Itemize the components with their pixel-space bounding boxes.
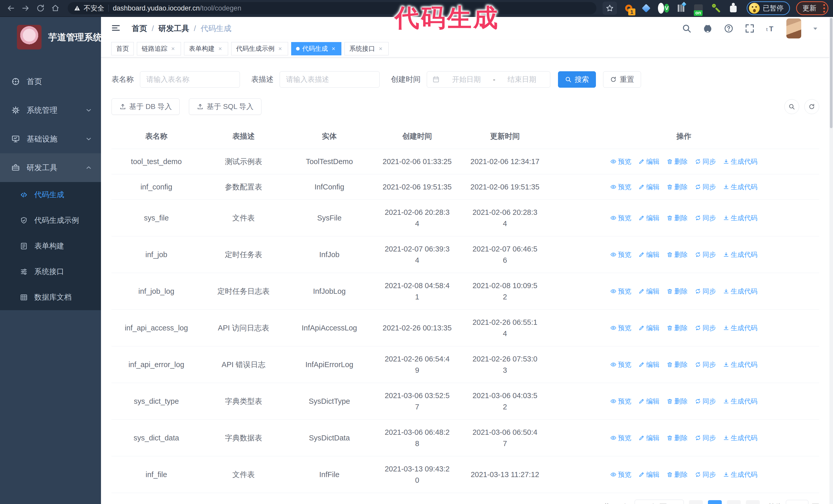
action-download-link[interactable]: 生成代码 [723, 360, 757, 369]
action-trash-link[interactable]: 删除 [667, 287, 688, 295]
sidebar-item-dashboard[interactable]: 首页 [0, 67, 101, 96]
import-db-button[interactable]: 基于 DB 导入 [112, 98, 180, 115]
browser-update-control[interactable]: 更新 [796, 1, 828, 15]
sidebar-item-gear[interactable]: 系统管理 [0, 96, 101, 125]
action-edit-link[interactable]: 编辑 [639, 157, 660, 166]
sidebar-submenu-item[interactable]: 代码生成示例 [0, 208, 101, 233]
github-icon[interactable] [702, 23, 713, 34]
action-eye-link[interactable]: 预览 [610, 397, 631, 406]
goto-page-input[interactable] [786, 500, 808, 504]
font-size-icon[interactable] [765, 23, 776, 34]
action-eye-link[interactable]: 预览 [610, 183, 631, 191]
extension-columns-icon[interactable] [675, 3, 687, 14]
action-eye-link[interactable]: 预览 [610, 433, 631, 442]
action-trash-link[interactable]: 删除 [667, 397, 688, 406]
toggle-search-button[interactable] [784, 99, 799, 114]
table-name-input[interactable] [140, 71, 240, 88]
action-eye-link[interactable]: 预览 [610, 214, 631, 222]
action-trash-link[interactable]: 删除 [667, 433, 688, 442]
view-tab[interactable]: 代码生成 × [291, 42, 341, 55]
sidebar-submenu-item[interactable]: 系统接口 [0, 259, 101, 285]
prev-page-button[interactable]: ‹ [689, 500, 703, 504]
action-download-link[interactable]: 生成代码 [723, 250, 757, 259]
fullscreen-icon[interactable] [744, 23, 755, 34]
search-button[interactable]: 搜索 [558, 71, 596, 88]
action-download-link[interactable]: 生成代码 [723, 470, 757, 479]
tab-close-icon[interactable]: × [170, 45, 176, 52]
action-eye-link[interactable]: 预览 [610, 323, 631, 332]
action-eye-link[interactable]: 预览 [610, 470, 631, 479]
action-trash-link[interactable]: 删除 [667, 183, 688, 191]
extension-dark-icon[interactable]: on [693, 3, 704, 14]
paused-profile-badge[interactable]: 已暂停 [747, 1, 790, 15]
address-bar[interactable]: 不安全 dashboard.yudao.iocoder.cn/tool/code… [68, 2, 596, 14]
action-download-link[interactable]: 生成代码 [723, 433, 757, 442]
extension-gem-icon[interactable] [641, 3, 652, 14]
action-trash-link[interactable]: 删除 [667, 250, 688, 259]
sidebar-submenu-item[interactable]: 数据库文档 [0, 285, 101, 310]
window-scrollbar[interactable] [829, 17, 833, 504]
action-eye-link[interactable]: 预览 [610, 287, 631, 295]
page-size-select[interactable]: 10条/页 [635, 500, 684, 504]
action-edit-link[interactable]: 编辑 [639, 433, 660, 442]
view-tab[interactable]: 首页 × [111, 42, 134, 55]
avatar-caret-down-icon[interactable] [811, 23, 819, 34]
action-sync-link[interactable]: 同步 [695, 287, 716, 295]
extension-orange-icon[interactable]: 1 [623, 3, 634, 14]
action-sync-link[interactable]: 同步 [695, 214, 716, 222]
reset-button[interactable]: 重置 [603, 71, 641, 88]
tab-close-icon[interactable]: × [277, 45, 283, 52]
action-sync-link[interactable]: 同步 [695, 250, 716, 259]
action-trash-link[interactable]: 删除 [667, 157, 688, 166]
action-download-link[interactable]: 生成代码 [723, 183, 757, 191]
sidebar-toggle-icon[interactable] [111, 23, 121, 33]
action-edit-link[interactable]: 编辑 [639, 323, 660, 332]
extension-green-icon[interactable] [658, 3, 669, 14]
action-trash-link[interactable]: 删除 [667, 470, 688, 479]
action-eye-link[interactable]: 预览 [610, 157, 631, 166]
sidebar-item-monitor[interactable]: 基础设施 [0, 125, 101, 153]
sidebar-submenu-item[interactable]: 表单构建 [0, 233, 101, 259]
table-desc-input[interactable] [280, 71, 380, 88]
action-sync-link[interactable]: 同步 [695, 183, 716, 191]
action-edit-link[interactable]: 编辑 [639, 360, 660, 369]
action-sync-link[interactable]: 同步 [695, 433, 716, 442]
help-icon[interactable] [723, 23, 734, 34]
action-trash-link[interactable]: 删除 [667, 360, 688, 369]
action-eye-link[interactable]: 预览 [610, 250, 631, 259]
action-edit-link[interactable]: 编辑 [639, 214, 660, 222]
next-page-button[interactable]: › [746, 500, 760, 504]
action-edit-link[interactable]: 编辑 [639, 183, 660, 191]
breadcrumb-item[interactable]: /代码生成 [189, 23, 231, 34]
action-edit-link[interactable]: 编辑 [639, 250, 660, 259]
action-trash-link[interactable]: 删除 [667, 323, 688, 332]
view-tab[interactable]: 代码生成示例 × [231, 42, 288, 55]
browser-home-icon[interactable] [49, 2, 62, 14]
tab-close-icon[interactable]: × [217, 45, 223, 52]
action-sync-link[interactable]: 同步 [695, 157, 716, 166]
action-sync-link[interactable]: 同步 [695, 470, 716, 479]
action-edit-link[interactable]: 编辑 [639, 470, 660, 479]
action-sync-link[interactable]: 同步 [695, 360, 716, 369]
tab-close-icon[interactable]: × [378, 45, 384, 52]
app-logo-row[interactable]: 芋道管理系统 [0, 17, 101, 50]
breadcrumb-item[interactable]: /研发工具 [147, 23, 189, 34]
page-number-button[interactable]: 2 [727, 500, 741, 504]
page-number-button[interactable]: 1 [708, 500, 722, 504]
security-chip[interactable]: 不安全 [74, 4, 104, 13]
browser-back-icon[interactable] [5, 2, 17, 14]
scrollbar-thumb[interactable] [830, 18, 832, 128]
action-download-link[interactable]: 生成代码 [723, 214, 757, 222]
extension-key-icon[interactable] [710, 3, 721, 14]
browser-menu-icon[interactable] [823, 4, 825, 13]
browser-reload-icon[interactable] [34, 2, 47, 14]
date-range-picker[interactable]: 开始日期 - 结束日期 [427, 71, 550, 88]
browser-forward-icon[interactable] [20, 2, 32, 14]
action-download-link[interactable]: 生成代码 [723, 287, 757, 295]
action-edit-link[interactable]: 编辑 [639, 397, 660, 406]
action-download-link[interactable]: 生成代码 [723, 397, 757, 406]
header-search-icon[interactable] [681, 23, 692, 34]
view-tab[interactable]: 链路追踪 × [137, 42, 181, 55]
breadcrumb-item[interactable]: 首页 [132, 23, 147, 34]
refresh-table-button[interactable] [804, 99, 819, 114]
